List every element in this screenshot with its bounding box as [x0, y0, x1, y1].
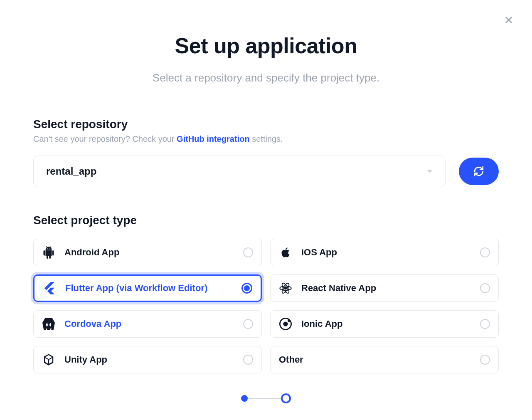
- page-subtitle: Select a repository and specify the proj…: [33, 72, 499, 84]
- project-type-unity[interactable]: Unity App: [33, 346, 262, 373]
- project-type-grid: Android App iOS App Flutter App (via Wor…: [33, 239, 499, 373]
- project-type-android[interactable]: Android App: [33, 239, 262, 266]
- project-type-react-native[interactable]: React Native App: [270, 274, 499, 302]
- close-button[interactable]: [502, 13, 515, 27]
- radio-indicator: [480, 355, 490, 365]
- repository-section-title: Select repository: [33, 118, 499, 131]
- page-title: Set up application: [33, 33, 499, 58]
- svg-point-7: [288, 319, 290, 322]
- step-connector: [248, 398, 281, 399]
- project-type-label: iOS App: [301, 247, 480, 258]
- react-icon: [279, 282, 292, 295]
- project-type-ios[interactable]: iOS App: [270, 239, 499, 266]
- modal-header: Set up application Select a repository a…: [33, 33, 499, 84]
- repository-hint-suffix: settings.: [250, 134, 283, 143]
- refresh-icon: [473, 166, 484, 177]
- project-type-label: Unity App: [64, 354, 243, 365]
- repository-section: Select repository Can't see your reposit…: [33, 118, 499, 187]
- repository-row: rental_app: [33, 156, 499, 187]
- radio-indicator: [241, 283, 252, 294]
- project-type-label: Flutter App (via Workflow Editor): [65, 283, 241, 294]
- radio-indicator: [480, 247, 490, 257]
- project-type-label: Other: [279, 354, 480, 365]
- refresh-button[interactable]: [459, 158, 499, 185]
- svg-point-2: [285, 287, 287, 289]
- close-icon: [504, 15, 513, 25]
- step-1-indicator: [241, 395, 248, 402]
- radio-indicator: [243, 247, 253, 257]
- project-type-label: React Native App: [301, 283, 480, 294]
- android-icon: [42, 246, 55, 259]
- apple-icon: [279, 246, 292, 259]
- project-type-ionic[interactable]: Ionic App: [270, 310, 499, 338]
- radio-indicator: [243, 319, 253, 329]
- wizard-stepper: [33, 393, 499, 403]
- project-type-cordova[interactable]: Cordova App: [33, 310, 262, 338]
- radio-indicator: [480, 283, 490, 293]
- unity-icon: [42, 353, 55, 366]
- radio-indicator: [243, 355, 253, 365]
- repository-selected-value: rental_app: [46, 166, 96, 177]
- ionic-icon: [279, 317, 292, 331]
- project-type-label: Android App: [64, 247, 243, 258]
- project-type-section: Select project type Android App iOS App: [33, 214, 499, 373]
- step-2-indicator: [281, 393, 291, 403]
- chevron-down-icon: [427, 170, 433, 173]
- radio-indicator: [480, 319, 490, 329]
- project-type-label: Cordova App: [64, 319, 243, 329]
- svg-point-6: [283, 321, 288, 326]
- repository-select[interactable]: rental_app: [33, 156, 446, 187]
- project-type-other[interactable]: Other: [270, 346, 499, 373]
- github-integration-link[interactable]: GitHub integration: [177, 134, 250, 143]
- project-type-section-title: Select project type: [33, 214, 499, 227]
- repository-hint: Can't see your repository? Check your Gi…: [33, 134, 499, 144]
- repository-hint-prefix: Can't see your repository? Check your: [33, 134, 177, 143]
- setup-application-modal: Set up application Select a repository a…: [0, 0, 532, 420]
- flutter-icon: [43, 282, 56, 295]
- cordova-icon: [42, 317, 55, 331]
- project-type-flutter[interactable]: Flutter App (via Workflow Editor): [33, 274, 262, 302]
- project-type-label: Ionic App: [301, 319, 480, 329]
